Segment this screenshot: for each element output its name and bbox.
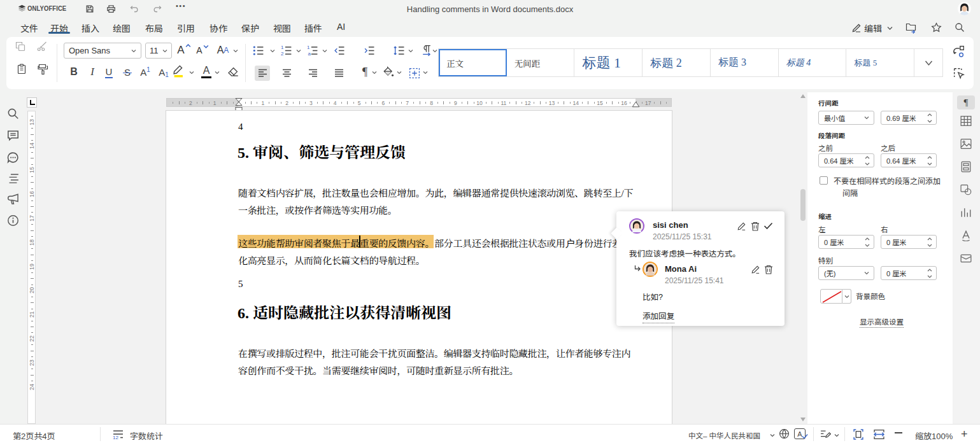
- svg-text:1: 1: [307, 45, 310, 50]
- svg-text:a: a: [308, 50, 311, 55]
- svg-text:12: 12: [113, 435, 118, 439]
- svg-text:1: 1: [281, 45, 284, 50]
- svg-text:2: 2: [281, 50, 284, 55]
